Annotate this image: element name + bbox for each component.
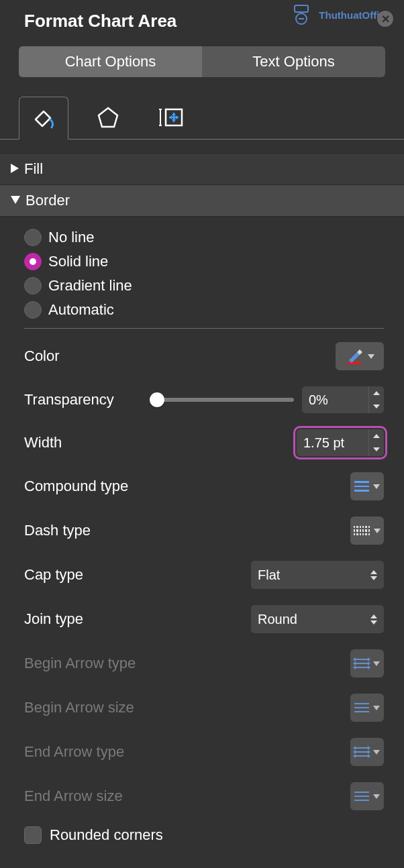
radio-gradient-line-label: Gradient line xyxy=(48,277,132,294)
svg-marker-2 xyxy=(99,108,117,127)
chevron-down-icon xyxy=(374,529,381,533)
prop-cap-type: Cap type Flat xyxy=(24,561,384,589)
join-type-value: Round xyxy=(258,612,365,627)
prop-end-arrow-type: End Arrow type xyxy=(24,738,384,766)
prop-begin-arrow-size: Begin Arrow size xyxy=(24,694,384,722)
prop-dash-type: Dash type xyxy=(24,517,384,545)
tab-size-properties[interactable] xyxy=(148,96,197,139)
checkbox-icon xyxy=(24,826,42,844)
radio-icon xyxy=(24,229,42,246)
end-arrow-type-button[interactable] xyxy=(350,738,384,766)
transparency-spinbox[interactable]: 0% xyxy=(302,386,384,413)
pencil-icon xyxy=(345,347,364,366)
end-arrow-size-label: End Arrow size xyxy=(24,788,123,805)
category-tabs xyxy=(19,96,404,139)
join-type-label: Join type xyxy=(24,610,83,628)
radio-solid-line-label: Solid line xyxy=(48,253,108,270)
compound-line-icon xyxy=(354,481,369,492)
slider-thumb[interactable] xyxy=(150,392,164,407)
begin-arrow-type-label: Begin Arrow type xyxy=(24,655,136,672)
transparency-slider[interactable] xyxy=(153,398,294,402)
dash-type-label: Dash type xyxy=(24,522,91,539)
chevron-down-icon xyxy=(368,354,374,359)
prop-join-type: Join type Round xyxy=(24,605,384,633)
radio-solid-line[interactable]: Solid line xyxy=(24,253,384,270)
stepper-down[interactable] xyxy=(369,443,384,456)
svg-rect-0 xyxy=(295,5,308,12)
radio-gradient-line[interactable]: Gradient line xyxy=(24,277,384,294)
tab-fill-and-line[interactable] xyxy=(19,97,68,140)
tab-effects[interactable] xyxy=(83,96,133,139)
chevron-right-icon xyxy=(11,164,19,175)
section-fill-label: Fill xyxy=(24,160,43,178)
width-label: Width xyxy=(24,434,62,451)
svg-rect-9 xyxy=(348,362,361,364)
select-arrows-icon xyxy=(370,570,377,580)
watermark: ThuthuatOffice xyxy=(291,3,391,27)
paint-bucket-icon xyxy=(30,105,57,131)
begin-arrow-size-button[interactable] xyxy=(350,694,384,722)
cap-type-label: Cap type xyxy=(24,566,83,584)
radio-icon xyxy=(24,277,42,294)
dash-type-button[interactable] xyxy=(350,517,384,545)
transparency-value[interactable]: 0% xyxy=(302,386,369,413)
arrow-size-icon xyxy=(354,792,369,801)
prop-width: Width 1.75 pt xyxy=(24,429,384,456)
arrow-size-icon xyxy=(354,703,369,712)
panel-title: Format Chart Area xyxy=(24,11,176,32)
pentagon-icon xyxy=(95,104,121,131)
stepper-down[interactable] xyxy=(369,400,384,413)
select-arrows-icon xyxy=(370,614,377,625)
prop-end-arrow-size: End Arrow size xyxy=(24,782,384,810)
color-label: Color xyxy=(24,347,60,365)
divider xyxy=(24,328,384,329)
color-picker-button[interactable] xyxy=(336,342,384,370)
cap-type-select[interactable]: Flat xyxy=(251,561,384,589)
stepper-up[interactable] xyxy=(369,386,384,400)
radio-icon xyxy=(24,301,42,319)
prop-transparency: Transparency 0% xyxy=(24,386,384,413)
chevron-down-icon xyxy=(373,484,380,489)
close-button[interactable]: ✕ xyxy=(377,11,393,27)
prop-color: Color xyxy=(24,342,384,370)
prop-begin-arrow-type: Begin Arrow type xyxy=(24,649,384,677)
begin-arrow-type-button[interactable] xyxy=(350,649,384,677)
radio-no-line[interactable]: No line xyxy=(24,229,384,246)
radio-automatic-label: Automatic xyxy=(48,301,114,319)
section-border-label: Border xyxy=(26,192,70,209)
radio-automatic[interactable]: Automatic xyxy=(24,301,384,319)
size-icon xyxy=(158,104,187,131)
svg-marker-7 xyxy=(11,164,19,173)
compound-type-label: Compound type xyxy=(24,478,128,495)
chevron-down-icon xyxy=(11,195,20,206)
end-arrow-size-button[interactable] xyxy=(350,782,384,810)
rounded-corners-checkbox[interactable]: Rounded corners xyxy=(24,826,384,844)
tab-chart-options[interactable]: Chart Options xyxy=(19,46,202,77)
transparency-label: Transparency xyxy=(24,391,114,409)
watermark-icon xyxy=(291,3,315,27)
border-content: No line Solid line Gradient line Automat… xyxy=(0,217,404,856)
compound-type-button[interactable] xyxy=(350,472,384,500)
cap-type-value: Flat xyxy=(258,567,365,583)
close-icon: ✕ xyxy=(381,13,390,25)
svg-marker-8 xyxy=(11,196,20,204)
rounded-corners-label: Rounded corners xyxy=(50,826,163,844)
width-value[interactable]: 1.75 pt xyxy=(297,429,369,456)
width-spinbox[interactable]: 1.75 pt xyxy=(297,429,384,456)
chevron-down-icon xyxy=(373,794,380,799)
tab-text-options[interactable]: Text Options xyxy=(202,46,385,77)
options-tabs: Chart Options Text Options xyxy=(19,46,385,77)
begin-arrow-size-label: Begin Arrow size xyxy=(24,699,134,716)
chevron-down-icon xyxy=(373,706,380,710)
section-border[interactable]: Border xyxy=(0,185,404,217)
arrow-type-icon xyxy=(354,747,369,757)
prop-compound-type: Compound type xyxy=(24,472,384,500)
section-fill[interactable]: Fill xyxy=(0,153,404,185)
radio-no-line-label: No line xyxy=(48,229,94,246)
join-type-select[interactable]: Round xyxy=(251,605,384,633)
stepper-up[interactable] xyxy=(369,429,384,443)
chevron-down-icon xyxy=(373,750,380,755)
radio-icon xyxy=(24,253,42,270)
dash-pattern-icon xyxy=(354,526,370,535)
chevron-down-icon xyxy=(373,661,380,666)
